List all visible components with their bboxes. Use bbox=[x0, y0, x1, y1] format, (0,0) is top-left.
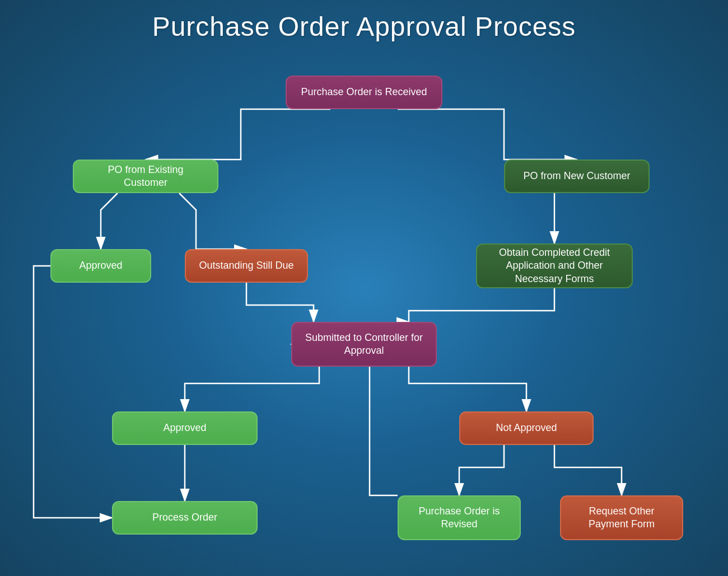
node-approved-2: Approved bbox=[112, 411, 258, 445]
node-process: Process Order bbox=[112, 501, 258, 535]
node-existing: PO from Existing Customer bbox=[73, 160, 218, 193]
node-payment: Request Other Payment Form bbox=[560, 495, 683, 540]
node-revised: Purchase Order is Revised bbox=[398, 495, 521, 540]
node-credit: Obtain Completed Credit Application and … bbox=[476, 243, 633, 288]
diagram: Purchase Order is Received PO from Exist… bbox=[17, 59, 711, 546]
page-title: Purchase Order Approval Process bbox=[17, 11, 711, 42]
node-not-approved: Not Approved bbox=[459, 411, 594, 445]
background: Purchase Order Approval Process bbox=[0, 0, 728, 576]
node-new: PO from New Customer bbox=[504, 160, 650, 193]
arrows-layer bbox=[17, 59, 711, 546]
node-approved-1: Approved bbox=[50, 249, 151, 283]
node-received: Purchase Order is Received bbox=[286, 76, 442, 109]
node-outstanding: Outstanding Still Due bbox=[185, 249, 308, 283]
node-controller: Submitted to Controller for Approval bbox=[291, 322, 437, 367]
